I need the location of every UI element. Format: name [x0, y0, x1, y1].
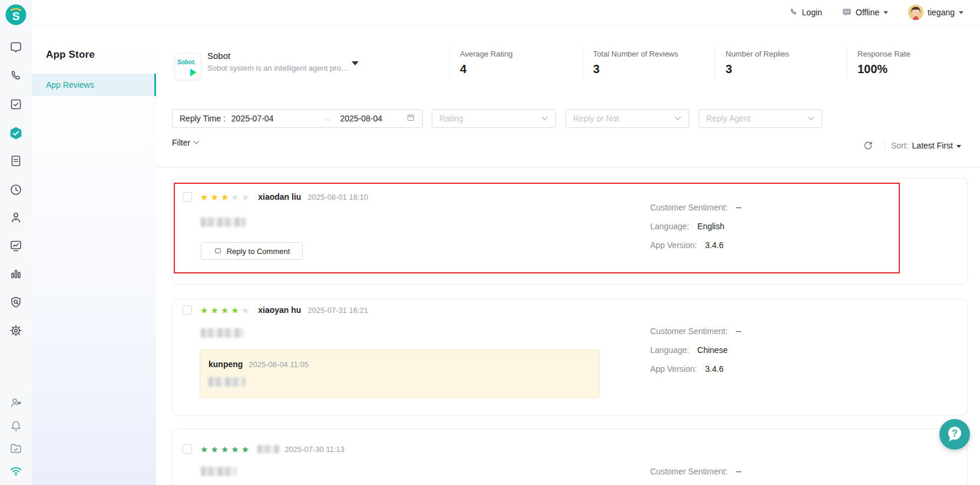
redacted-reply-text [208, 377, 245, 387]
detail-label: App Version: [650, 240, 697, 250]
detail-label: Customer Sentiment: [650, 203, 728, 212]
review-time: 2025-07-31 16:21 [307, 306, 368, 315]
reply-to-comment-button[interactable]: Reply to Comment [201, 242, 303, 260]
reply-or-not-select[interactable]: Reply or Not [565, 109, 689, 128]
detail-label: Language: [650, 222, 689, 231]
sidebar-item-settings[interactable] [9, 324, 23, 338]
google-play-icon [190, 68, 197, 77]
app-store-icon [9, 126, 23, 140]
agent-reply-box: kunpeng 2025-08-04 11:05 [200, 349, 600, 398]
review-author: xiaoyan hu [258, 305, 301, 315]
sidebar-item-network[interactable] [9, 464, 23, 478]
stat-value: 3 [726, 62, 789, 76]
status-label: Offline [856, 8, 879, 17]
refresh-icon [863, 140, 873, 151]
detail-value: 3.4.6 [705, 240, 723, 250]
stat-label: Response Rate [858, 50, 911, 58]
vertical-divider [885, 140, 885, 150]
topbar: Login Offline tiegang [32, 0, 980, 25]
star-rating: ★★★★★ [200, 445, 249, 454]
sidebar-item-dashboard[interactable] [9, 239, 23, 253]
history-icon [9, 183, 23, 197]
detail-label: App Version: [650, 364, 697, 374]
sidebar-item-agent[interactable] [9, 210, 23, 225]
detail-value: -- [736, 203, 741, 212]
stat-value: 100% [858, 62, 911, 76]
sidebar-item-app-reviews[interactable]: App Reviews [32, 74, 156, 96]
review-checkbox[interactable] [183, 305, 192, 315]
filter-toggle[interactable]: Filter [172, 138, 200, 147]
subsidebar: App Store App Reviews [32, 25, 156, 485]
detail-value: Chinese [697, 345, 727, 355]
quality-icon [9, 295, 23, 309]
help-fab[interactable]: ? [939, 419, 970, 450]
section-divider [156, 167, 980, 167]
tasks-icon [9, 97, 23, 111]
review-card: ★★★★★ xiaoyan hu 2025-07-31 16:21 kunpen… [172, 299, 968, 415]
sidebar-item-chat[interactable] [9, 41, 23, 55]
detail-label: Customer Sentiment: [650, 326, 728, 336]
sidebar-item-history[interactable] [9, 183, 23, 197]
sidebar-item-app-store[interactable] [9, 126, 23, 140]
svg-text:S: S [12, 10, 20, 22]
stat-divider [847, 46, 847, 79]
stat-value: 3 [593, 62, 678, 76]
stat-divider [714, 46, 715, 79]
sidebar-item-forms[interactable] [9, 154, 23, 168]
app-icon-brand-text: Sobot. [177, 59, 196, 65]
redacted-review-text [201, 217, 246, 227]
detail-value: 3.4.6 [705, 364, 723, 374]
user-menu[interactable]: tiegang [908, 5, 964, 20]
detail-app-version: App Version: 3.4.6 [650, 364, 723, 374]
reply-agent-select[interactable]: Reply Agent [698, 109, 822, 128]
review-checkbox[interactable] [183, 192, 192, 202]
range-arrow-icon: → [323, 114, 330, 123]
detail-customer-sentiment: Customer Sentiment: -- [650, 467, 741, 476]
sidebar-item-voice[interactable] [9, 69, 23, 83]
redacted-review-text [201, 328, 243, 338]
rating-select[interactable]: Rating [432, 109, 556, 128]
sidebar-item-notifications[interactable] [9, 419, 23, 433]
sidebar-item-files[interactable] [9, 441, 23, 456]
rating-placeholder: Rating [439, 114, 463, 123]
sidebar-item-tasks[interactable] [9, 97, 23, 111]
refresh-button[interactable] [863, 140, 873, 151]
document-icon [9, 154, 23, 168]
chevron-down-icon [674, 116, 681, 121]
sobot-logo[interactable]: S [5, 4, 27, 26]
reply-time: 2025-08-04 11:05 [249, 360, 309, 369]
login-button[interactable]: Login [789, 8, 822, 17]
detail-language: Language: English [650, 222, 724, 231]
sidebar-item-statistics[interactable] [9, 267, 23, 281]
sort-label: Sort: [891, 141, 909, 150]
notifications-icon [9, 419, 23, 433]
sidebar-item-contact[interactable] [9, 395, 23, 410]
detail-value: -- [736, 467, 741, 476]
stat-number-replies: Number of Replies 3 [726, 50, 789, 76]
detail-app-version: App Version: 3.4.6 [650, 240, 723, 250]
login-label: Login [802, 8, 822, 17]
sort-value: Latest First [912, 141, 953, 150]
date-to[interactable]: 2025-08-04 [340, 114, 382, 123]
app-name: Sobot [207, 51, 230, 61]
stat-total-reviews: Total Number of Reviews 3 [593, 50, 678, 76]
username: tiegang [928, 8, 955, 17]
star-rating: ★★★★★ [200, 193, 249, 202]
app-selector-caret[interactable] [352, 61, 359, 65]
sort-selector[interactable]: Sort: Latest First [891, 141, 961, 150]
date-from[interactable]: 2025-07-04 [231, 114, 274, 123]
review-checkbox[interactable] [183, 444, 192, 454]
detail-value: -- [736, 326, 741, 336]
detail-language: Language: Chinese [650, 345, 727, 355]
svg-text:?: ? [952, 428, 958, 438]
status-selector[interactable]: Offline [842, 8, 888, 17]
review-time: 2025-08-01 18:10 [307, 193, 368, 202]
icon-rail: S [0, 0, 32, 485]
reply-time-range-picker[interactable]: Reply Time : 2025-07-04 → 2025-08-04 [172, 109, 423, 128]
avatar [908, 5, 923, 20]
sidebar-item-quality[interactable] [9, 295, 23, 309]
agent-icon [9, 210, 23, 225]
stat-response-rate: Response Rate 100% [858, 50, 911, 76]
phone-icon [9, 69, 23, 83]
app-icon[interactable]: Sobot. [174, 53, 201, 80]
